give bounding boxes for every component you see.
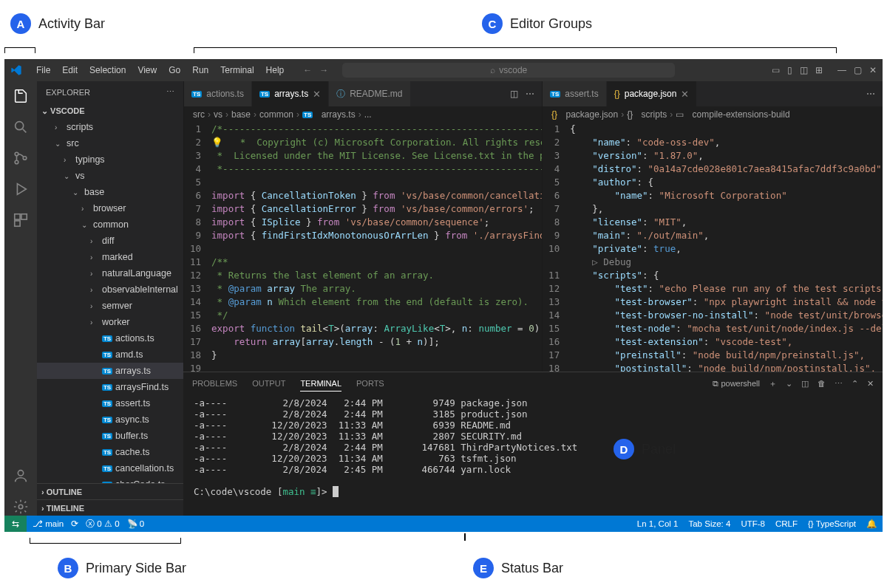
panel-more-icon[interactable]: ⋯ <box>835 379 843 389</box>
menu-selection[interactable]: Selection <box>84 62 131 78</box>
cursor-position[interactable]: Ln 1, Col 1 <box>637 519 679 528</box>
menu-view[interactable]: View <box>132 62 162 78</box>
new-terminal-icon[interactable]: ＋ <box>769 378 777 389</box>
tab-README-md[interactable]: ⓘREADME.md <box>329 81 410 106</box>
more-icon[interactable]: ⋯ <box>526 89 534 99</box>
file-item[interactable]: TSassert.ts <box>37 395 183 411</box>
sidebar-toggle-icon[interactable]: ◫ <box>800 65 808 75</box>
folder-item[interactable]: ›marked <box>37 249 183 265</box>
tab-arrays-ts[interactable]: TSarrays.ts✕ <box>252 81 329 106</box>
folder-item[interactable]: ⌄vs <box>37 168 183 184</box>
menu-go[interactable]: Go <box>163 62 186 78</box>
file-item[interactable]: TSasync.ts <box>37 411 183 428</box>
notifications-icon[interactable]: 🔔 <box>866 519 877 529</box>
kill-terminal-icon[interactable]: 🗑 <box>818 379 826 388</box>
search-activity-icon[interactable] <box>12 118 30 136</box>
timeline-section[interactable]: › TIMELINE <box>37 499 183 516</box>
command-center[interactable]: ⌕ vscode <box>342 63 675 78</box>
encoding[interactable]: UTF-8 <box>741 519 765 528</box>
menu-run[interactable]: Run <box>187 62 214 78</box>
file-item[interactable]: TSarrays.ts <box>37 363 183 379</box>
folder-item[interactable]: ⌄src <box>37 135 183 151</box>
customize-layout-icon[interactable]: ⊞ <box>815 65 823 75</box>
folder-item[interactable]: ⌄common <box>37 216 183 233</box>
folder-item[interactable]: ⌄base <box>37 184 183 200</box>
file-item[interactable]: TScache.ts <box>37 444 183 460</box>
accounts-icon[interactable] <box>12 467 30 485</box>
terminal-dropdown-icon[interactable]: ⌄ <box>786 379 792 389</box>
folder-item[interactable]: ›worker <box>37 314 183 330</box>
file-item[interactable]: TSbuffer.ts <box>37 428 183 444</box>
folder-item[interactable]: ›semver <box>37 298 183 314</box>
menu-terminal[interactable]: Terminal <box>215 62 259 78</box>
extensions-icon[interactable] <box>12 211 30 229</box>
split-editor-icon[interactable]: ◫ <box>510 89 518 99</box>
svg-rect-5 <box>21 214 27 219</box>
window-minimize-icon[interactable]: — <box>837 65 846 75</box>
bracket-a <box>4 47 35 53</box>
vscode-logo-icon <box>10 64 22 76</box>
folder-item[interactable]: ›naturalLanguage <box>37 265 183 281</box>
tab-actions-ts[interactable]: TSactions.ts <box>184 81 252 106</box>
more-icon[interactable]: ⋯ <box>166 87 174 97</box>
breadcrumb-right[interactable]: {} package.json› {} scripts› ▭ compile-e… <box>543 106 883 123</box>
split-terminal-icon[interactable]: ◫ <box>801 379 809 389</box>
file-item[interactable]: TSamd.ts <box>37 346 183 363</box>
language-mode[interactable]: {} TypeScript <box>808 519 856 528</box>
output-tab[interactable]: OUTPUT <box>252 376 285 391</box>
sync-icon[interactable]: ⟳ <box>71 519 78 529</box>
remote-indicator[interactable]: ⇆ <box>4 516 27 532</box>
file-item[interactable]: TSarraysFind.ts <box>37 379 183 395</box>
tab-size[interactable]: Tab Size: 4 <box>688 519 730 528</box>
panel-toggle-icon[interactable]: ▯ <box>787 65 792 75</box>
window-close-icon[interactable]: ✕ <box>869 65 877 75</box>
folder-item[interactable]: ›browser <box>37 200 183 216</box>
layout-icon[interactable]: ▭ <box>772 65 780 75</box>
window-restore-icon[interactable]: ▢ <box>854 65 862 75</box>
file-item[interactable]: TScancellation.ts <box>37 460 183 476</box>
folder-item[interactable]: ›diff <box>37 233 183 249</box>
tab-package-json[interactable]: {}package.json✕ <box>607 81 698 106</box>
outline-section[interactable]: › OUTLINE <box>37 483 183 499</box>
bracket-b <box>30 538 181 544</box>
sidebar-header: EXPLORER ⋯ <box>37 81 183 103</box>
problems-tab[interactable]: PROBLEMS <box>192 376 237 391</box>
scm-icon[interactable] <box>12 149 30 167</box>
code-editor-right[interactable]: 12345678910 111213141516171819202122 { "… <box>543 123 883 372</box>
folder-item[interactable]: ›typings <box>37 151 183 168</box>
annotation-c: C Editor Groups <box>482 13 592 34</box>
ports-indicator[interactable]: 📡 0 <box>127 519 145 529</box>
maximize-panel-icon[interactable]: ⌃ <box>852 379 858 389</box>
folder-root[interactable]: ⌄ VSCODE <box>37 103 183 119</box>
close-icon[interactable]: ✕ <box>313 89 321 100</box>
nav-forward-icon[interactable]: → <box>319 65 328 75</box>
tab-assert-ts[interactable]: TSassert.ts <box>543 81 607 106</box>
close-icon[interactable]: ✕ <box>681 89 689 100</box>
eol[interactable]: CRLF <box>775 519 798 528</box>
close-panel-icon[interactable]: ✕ <box>867 379 874 389</box>
more-icon[interactable]: ⋯ <box>866 89 875 99</box>
annotation-e: E Status Bar <box>473 558 563 578</box>
nav-arrows: ← → <box>303 65 328 75</box>
branch-indicator[interactable]: ⎇ main <box>33 519 64 529</box>
settings-gear-icon[interactable] <box>12 498 30 516</box>
nav-back-icon[interactable]: ← <box>303 65 312 75</box>
terminal-shell-label[interactable]: ⧉ powershell <box>713 379 760 389</box>
problems-indicator[interactable]: ⓧ 0 ⚠ 0 <box>86 519 119 530</box>
ports-tab[interactable]: PORTS <box>356 376 384 391</box>
panel: PROBLEMS OUTPUT TERMINAL PORTS ⧉ powersh… <box>183 372 883 516</box>
file-item[interactable]: TSactions.ts <box>37 330 183 346</box>
terminal-body[interactable]: -a---- 2/8/2024 2:44 PM 9749 package.jso… <box>183 394 883 516</box>
menu-file[interactable]: File <box>31 62 55 78</box>
code-editor-left[interactable]: 1234567891011121314151617181920212223 /*… <box>184 123 542 372</box>
terminal-tab[interactable]: TERMINAL <box>300 376 341 392</box>
debug-icon[interactable] <box>12 180 30 198</box>
svg-rect-6 <box>15 221 20 226</box>
file-item[interactable]: TScharCode.ts <box>37 476 183 483</box>
breadcrumb-left[interactable]: src› vs› base› common› TS arrays.ts› ... <box>184 106 542 123</box>
menu-help[interactable]: Help <box>261 62 290 78</box>
folder-item[interactable]: ›observableInternal <box>37 281 183 298</box>
folder-item[interactable]: ›scripts <box>37 119 183 135</box>
menu-edit[interactable]: Edit <box>57 62 83 78</box>
explorer-icon[interactable] <box>12 87 30 105</box>
